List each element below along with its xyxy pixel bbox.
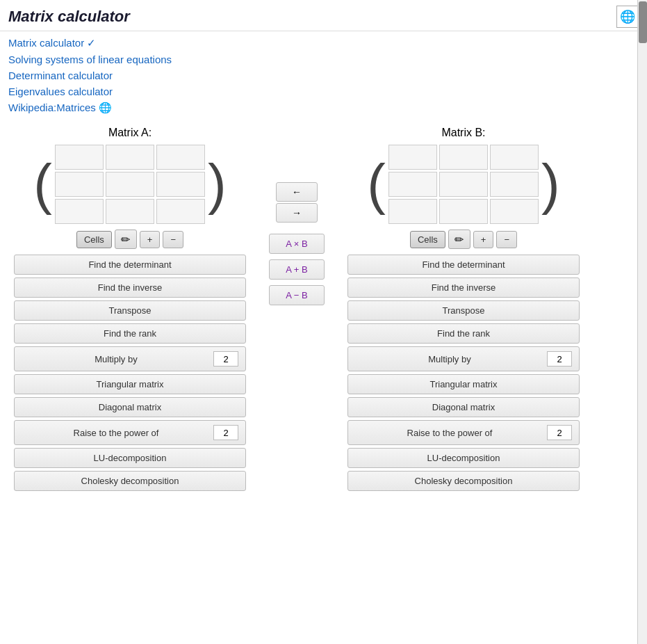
find-rank-btn-b[interactable]: Find the rank (347, 323, 580, 344)
cholesky-btn-b[interactable]: Cholesky decomposition (347, 471, 580, 491)
matrix-a-cell-7[interactable] (106, 199, 154, 224)
cells-btn-a[interactable]: Cells (76, 231, 112, 248)
matrix-a-cell-0[interactable] (55, 145, 104, 170)
matrix-b-cell-2[interactable] (490, 145, 539, 170)
matrix-a-cell-8[interactable] (156, 199, 205, 224)
minus-btn-a[interactable]: − (163, 231, 183, 248)
aminusb-btn[interactable]: A − B (269, 285, 325, 305)
matrix-b-cell-8[interactable] (490, 199, 539, 224)
matrix-a-cell-3[interactable] (55, 172, 104, 197)
scrollbar-thumb[interactable] (639, 1, 647, 43)
nav-determinant[interactable]: Determinant calculator (8, 70, 639, 81)
matrix-a-section: Matrix A: ( ) Cells ✏ (8, 127, 252, 491)
bracket-open-b: ( (367, 156, 386, 212)
multiply-value-a[interactable] (213, 351, 238, 367)
matrix-a-cell-2[interactable] (156, 145, 205, 170)
matrix-b-cell-4[interactable] (439, 172, 488, 197)
matrix-b-grid (388, 145, 539, 224)
matrix-a-controls: Cells ✏ + − (76, 230, 183, 249)
cells-btn-b[interactable]: Cells (410, 231, 445, 248)
matrix-b-cell-5[interactable] (490, 172, 539, 197)
nav-matrix-calc[interactable]: Matrix calculator ✓ (8, 37, 639, 49)
raise-value-a[interactable] (213, 425, 238, 440)
header: Matrix calculator 🌐 (0, 0, 647, 31)
matrix-b-input-area: ( ) (367, 145, 559, 224)
bracket-close-b: ) (541, 156, 560, 212)
matrix-b-cell-3[interactable] (388, 172, 437, 197)
matrix-a-cell-5[interactable] (156, 172, 205, 197)
nav-eigenvalues[interactable]: Eigenvalues calculator (8, 86, 639, 97)
raise-power-btn-a[interactable]: Raise to the power of (14, 420, 246, 445)
matrix-b-actions: Find the determinant Find the inverse Tr… (342, 255, 585, 491)
matrix-a-grid (55, 145, 205, 224)
matrix-a-cell-4[interactable] (106, 172, 154, 197)
matrix-a-actions: Find the determinant Find the inverse Tr… (8, 255, 252, 491)
page-title: Matrix calculator (8, 8, 130, 26)
raise-value-b[interactable] (547, 425, 572, 440)
transpose-btn-b[interactable]: Transpose (347, 300, 580, 321)
arrow-right-btn[interactable]: → (276, 203, 318, 223)
matrix-a-cell-6[interactable] (55, 199, 104, 224)
matrix-b-cell-0[interactable] (388, 145, 437, 170)
raise-power-btn-b[interactable]: Raise to the power of (347, 420, 580, 445)
multiply-by-btn-b[interactable]: Multiply by (347, 346, 580, 371)
matrix-a-input-area: ( ) (33, 145, 226, 224)
find-inverse-btn-b[interactable]: Find the inverse (347, 277, 580, 298)
pencil-btn-b[interactable]: ✏ (448, 230, 470, 249)
cholesky-btn-a[interactable]: Cholesky decomposition (14, 471, 246, 491)
pencil-btn-a[interactable]: ✏ (115, 230, 137, 249)
triangular-matrix-btn-b[interactable]: Triangular matrix (347, 374, 580, 394)
matrix-b-cell-7[interactable] (439, 199, 488, 224)
nav-links: Matrix calculator ✓ Solving systems of l… (0, 31, 647, 120)
translate-icon[interactable]: 🌐 (616, 6, 639, 28)
transpose-btn-a[interactable]: Transpose (14, 300, 246, 321)
scrollbar[interactable] (637, 0, 647, 644)
minus-btn-b[interactable]: − (496, 231, 517, 248)
matrix-b-cell-6[interactable] (388, 199, 437, 224)
matrix-b-controls: Cells ✏ + − (410, 230, 517, 249)
multiply-by-btn-a[interactable]: Multiply by (14, 346, 246, 371)
arrow-left-btn[interactable]: ← (276, 182, 318, 202)
matrix-b-label: Matrix B: (441, 127, 485, 139)
find-inverse-btn-a[interactable]: Find the inverse (14, 277, 246, 298)
plus-btn-b[interactable]: + (473, 231, 494, 248)
nav-linear-eq[interactable]: Solving systems of linear equations (8, 54, 639, 65)
lu-decomposition-btn-a[interactable]: LU-decomposition (14, 448, 246, 468)
middle-section: ← → A × B A + B A − B (252, 127, 342, 305)
bracket-close-a: ) (208, 156, 227, 212)
arrow-buttons: ← → (276, 182, 318, 223)
aplusb-btn[interactable]: A + B (269, 259, 325, 280)
nav-wikipedia[interactable]: Wikipedia:Matrices 🌐 (8, 102, 639, 114)
multiply-value-b[interactable] (547, 351, 572, 367)
find-determinant-btn-a[interactable]: Find the determinant (14, 255, 246, 275)
triangular-matrix-btn-a[interactable]: Triangular matrix (14, 374, 246, 394)
find-determinant-btn-b[interactable]: Find the determinant (347, 255, 580, 275)
matrices-container: Matrix A: ( ) Cells ✏ (0, 120, 647, 498)
matrix-b-section: Matrix B: ( ) Cells ✏ (342, 127, 585, 491)
lu-decomposition-btn-b[interactable]: LU-decomposition (347, 448, 580, 468)
diagonal-matrix-btn-a[interactable]: Diagonal matrix (14, 397, 246, 417)
matrix-a-label: Matrix A: (108, 127, 151, 139)
matrix-a-cell-1[interactable] (106, 145, 154, 170)
axb-btn[interactable]: A × B (269, 234, 325, 254)
matrix-b-cell-1[interactable] (439, 145, 488, 170)
plus-btn-a[interactable]: + (140, 231, 161, 248)
bracket-open-a: ( (33, 156, 52, 212)
diagonal-matrix-btn-b[interactable]: Diagonal matrix (347, 397, 580, 417)
find-rank-btn-a[interactable]: Find the rank (14, 323, 246, 344)
